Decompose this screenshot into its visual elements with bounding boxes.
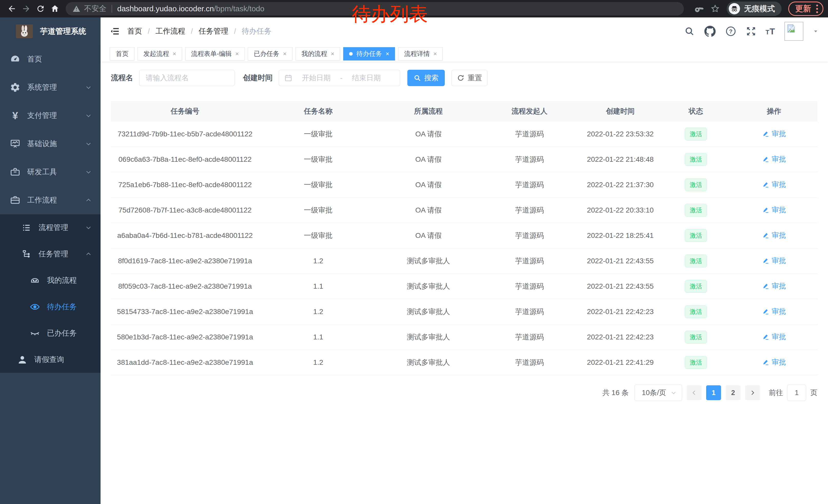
help-icon[interactable]: ? xyxy=(725,26,736,37)
start-date-input[interactable] xyxy=(294,74,338,82)
cell-task-name: 一级审批 xyxy=(259,231,377,240)
tab-home[interactable]: 首页 xyxy=(110,47,134,60)
prev-page-button[interactable] xyxy=(687,385,702,400)
close-icon[interactable]: × xyxy=(173,51,176,57)
approve-link[interactable]: 审批 xyxy=(762,154,786,164)
status-badge: 激活 xyxy=(685,356,707,369)
close-icon[interactable]: × xyxy=(433,51,437,57)
sidebar-item-process-mgmt[interactable]: 流程管理 xyxy=(0,214,100,241)
approve-link[interactable]: 审批 xyxy=(762,205,786,215)
eye-icon xyxy=(29,302,41,312)
cell-task-id: 75d72608-7b7f-11ec-a3c8-acde48001122 xyxy=(111,206,259,214)
sidebar-item-done-tasks[interactable]: 已办任务 xyxy=(0,320,100,346)
home-icon[interactable] xyxy=(48,2,62,16)
sidebar-item-workflow[interactable]: 工作流程 xyxy=(0,186,100,214)
list-icon xyxy=(20,223,32,232)
chevron-up-icon xyxy=(85,197,92,203)
github-icon[interactable] xyxy=(704,26,716,37)
next-page-button[interactable] xyxy=(745,385,760,400)
breadcrumb-workflow[interactable]: 工作流程 xyxy=(156,26,185,36)
approve-link[interactable]: 审批 xyxy=(762,180,786,189)
approve-link[interactable]: 审批 xyxy=(762,357,786,367)
cell-process: 测试多审批人 xyxy=(377,307,480,317)
cell-status: 激活 xyxy=(661,178,731,191)
approve-link[interactable]: 审批 xyxy=(762,281,786,291)
close-icon[interactable]: × xyxy=(385,51,389,57)
reset-button[interactable]: 重置 xyxy=(451,70,487,86)
password-key-icon[interactable] xyxy=(694,4,704,13)
edit-pen-icon xyxy=(762,359,769,366)
sidebar-collapse-icon[interactable] xyxy=(110,26,120,36)
search-icon[interactable] xyxy=(684,26,695,37)
sidebar-logo-row[interactable]: 芋道管理系统 xyxy=(0,17,100,45)
cell-created: 2022-01-21 22:43:55 xyxy=(579,257,662,265)
sidebar-item-system[interactable]: 系统管理 xyxy=(0,73,100,101)
tab-process-detail[interactable]: 流程详情× xyxy=(398,47,443,60)
chevron-left-icon xyxy=(691,390,697,396)
cell-task-id: 73211d9d-7b9b-11ec-b5b7-acde48001122 xyxy=(111,130,259,138)
page-content: 流程名 创建时间 - 搜索 重置 任务编号 xyxy=(100,62,828,401)
table-row: 725a1eb6-7b88-11ec-8ef0-acde48001122 一级审… xyxy=(111,172,818,198)
tab-my-process[interactable]: 我的流程× xyxy=(295,47,340,60)
breadcrumb-home[interactable]: 首页 xyxy=(127,26,142,36)
cell-action: 审批 xyxy=(731,332,818,342)
cell-action: 审批 xyxy=(731,180,818,190)
sidebar-item-infrastructure[interactable]: 基础设施 xyxy=(0,130,100,158)
browser-menu-icon[interactable] xyxy=(816,5,818,13)
end-date-input[interactable] xyxy=(344,74,388,82)
approve-link[interactable]: 审批 xyxy=(762,230,786,240)
sidebar-item-leave-query[interactable]: 请假查询 xyxy=(0,346,100,373)
cell-created: 2022-01-22 23:53:32 xyxy=(579,130,662,138)
tab-form-edit[interactable]: 流程表单-编辑× xyxy=(185,47,245,60)
avatar[interactable] xyxy=(784,22,803,41)
tab-bar: 首页 发起流程× 流程表单-编辑× 已办任务× 我的流程× 待办任务× 流程详情… xyxy=(100,45,828,62)
cell-status: 激活 xyxy=(661,128,731,140)
table-row: 75d72608-7b7f-11ec-a3c8-acde48001122 一级审… xyxy=(111,198,818,223)
fullscreen-icon[interactable] xyxy=(746,26,756,37)
breadcrumb-task-mgmt[interactable]: 任务管理 xyxy=(199,26,228,36)
sidebar-item-dev-tools[interactable]: 研发工具 xyxy=(0,158,100,186)
bookmark-star-icon[interactable] xyxy=(710,4,720,13)
page-size-select[interactable]: 10条/页 xyxy=(634,384,682,401)
sidebar-item-home[interactable]: 首页 xyxy=(0,45,100,73)
approve-link[interactable]: 审批 xyxy=(762,129,786,139)
process-name-input[interactable] xyxy=(139,70,235,86)
approve-link[interactable]: 审批 xyxy=(762,256,786,266)
url-path: /bpm/task/todo xyxy=(214,4,264,13)
tab-done-tasks[interactable]: 已办任务× xyxy=(248,47,292,60)
tab-todo-tasks[interactable]: 待办任务× xyxy=(343,47,395,60)
back-icon[interactable] xyxy=(5,2,19,16)
close-icon[interactable]: × xyxy=(235,51,239,57)
status-badge: 激活 xyxy=(685,153,707,166)
cell-action: 审批 xyxy=(731,205,818,215)
page-button-1[interactable]: 1 xyxy=(706,385,721,400)
close-icon[interactable]: × xyxy=(331,51,334,57)
edit-pen-icon xyxy=(762,257,769,264)
not-secure-warning-icon[interactable] xyxy=(72,5,81,13)
approve-link[interactable]: 审批 xyxy=(762,332,786,342)
search-button[interactable]: 搜索 xyxy=(407,70,445,86)
edit-pen-icon xyxy=(762,181,769,188)
font-size-icon[interactable]: TT xyxy=(766,27,775,36)
tab-start-process[interactable]: 发起流程× xyxy=(137,47,182,60)
cell-process: OA 请假 xyxy=(377,129,480,139)
page-button-2[interactable]: 2 xyxy=(726,385,741,400)
date-range-picker[interactable]: - xyxy=(279,70,400,86)
app-header: 首页 / 工作流程 / 任务管理 / 待办任务 ? TT xyxy=(100,17,828,45)
approve-link[interactable]: 审批 xyxy=(762,307,786,316)
status-badge: 激活 xyxy=(685,178,707,191)
forward-icon[interactable] xyxy=(19,2,33,16)
goto-page-input[interactable] xyxy=(787,384,806,401)
sidebar-item-task-mgmt[interactable]: 任务管理 xyxy=(0,241,100,267)
update-button[interactable]: 更新 xyxy=(788,2,823,16)
sidebar-item-my-process[interactable]: 我的流程 xyxy=(0,267,100,293)
reload-icon[interactable] xyxy=(33,2,48,16)
close-icon[interactable]: × xyxy=(283,51,287,57)
sidebar-item-payment[interactable]: ¥ 支付管理 xyxy=(0,101,100,130)
cell-task-id: 8f0d1619-7ac8-11ec-a9e2-a2380e71991a xyxy=(111,257,259,265)
sidebar-item-todo-tasks[interactable]: 待办任务 xyxy=(0,293,100,320)
update-label: 更新 xyxy=(795,3,811,14)
chevron-down-icon xyxy=(85,169,92,175)
avatar-caret-icon[interactable] xyxy=(813,28,819,34)
sidebar-item-label: 我的流程 xyxy=(47,275,92,286)
